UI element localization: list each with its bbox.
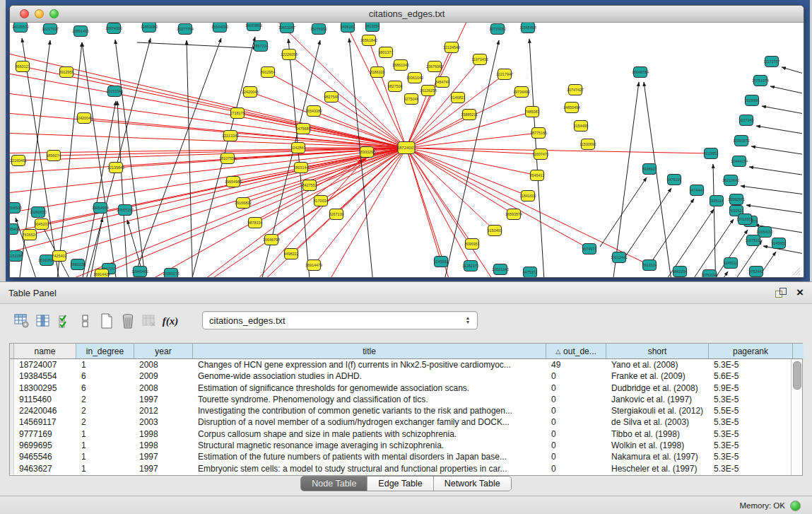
network-edge[interactable] [117,101,130,277]
minimize-window-button[interactable] [35,9,44,18]
table-row[interactable]: 946554611997Estimation of the future num… [10,451,791,462]
column-header-pagerank[interactable]: pagerank [709,344,793,358]
network-edge[interactable] [782,67,802,77]
close-panel-icon[interactable]: × [796,288,804,298]
table-cell[interactable]: 5.3E-5 [709,451,791,462]
table-vertical-scrollbar[interactable] [791,359,802,475]
table-cell[interactable]: Tibbo et al. (1998) [606,428,709,440]
table-source-combobox[interactable]: citations_edges.txt ▲▼ [202,311,478,329]
table-cell[interactable]: 5.3E-5 [709,394,791,405]
tab-network-table[interactable]: Network Table [434,477,511,491]
tab-edge-table[interactable]: Edge Table [367,477,433,491]
table-cell[interactable]: 2 [76,416,134,428]
table-cell[interactable]: 0 [546,370,606,382]
column-header-out_de[interactable]: △out_de... [546,344,606,358]
network-edge[interactable] [607,82,639,277]
table-cell[interactable]: 2009 [134,370,193,382]
table-cell[interactable]: 18300295 [14,382,76,394]
zoom-window-button[interactable] [49,9,59,18]
show-column-icon[interactable] [33,311,54,331]
window-titlebar[interactable]: citations_edges.txt [10,6,804,23]
network-canvas-svg[interactable]: 1403557212217937208914061097430312853083… [10,23,802,277]
table-cell[interactable]: de Silva et al. (2003) [606,416,709,428]
table-settings-icon[interactable] [11,311,33,331]
network-edge[interactable] [102,148,406,274]
table-cell[interactable]: 9699695 [14,440,76,451]
table-cell[interactable]: 5.3E-5 [709,416,791,428]
table-cell[interactable]: 1997 [134,451,193,462]
table-cell[interactable]: 5.6E-5 [709,370,791,382]
network-edge[interactable] [406,148,528,196]
new-table-icon[interactable] [96,311,117,331]
table-cell[interactable]: 9115460 [14,394,76,405]
network-edge[interactable] [257,23,406,148]
network-edge[interactable] [81,160,363,277]
column-header-title[interactable]: title [193,344,546,358]
table-cell[interactable]: Stergiakouli et al. (2012) [606,405,709,416]
table-cell[interactable]: 2 [76,394,134,405]
table-cell[interactable]: 2008 [134,382,193,394]
network-edge[interactable] [187,40,194,277]
table-cell[interactable]: Dudbridge et al. (2008) [606,382,709,394]
table-cell[interactable]: Tourette syndrome. Phenomenology and cla… [193,394,546,405]
network-edge[interactable] [288,39,314,277]
table-row[interactable]: 946362711997Embryonic stem cells: a mode… [10,463,791,474]
network-edge[interactable] [10,47,406,148]
table-cell[interactable]: Corpus callosum shape and size in male p… [193,428,546,440]
network-edge[interactable] [10,148,406,153]
table-cell[interactable]: Hescheler et al. (1997) [606,463,709,474]
table-cell[interactable]: 6 [76,382,134,394]
delete-trash-icon[interactable] [117,311,139,331]
table-row[interactable]: 2242004622012Investigating the contribut… [10,405,791,416]
table-cell[interactable]: Estimation of significance thresholds fo… [193,382,546,394]
tab-node-table[interactable]: Node Table [301,477,367,491]
network-edge[interactable] [406,115,469,148]
table-cell[interactable]: 18724007 [14,359,76,370]
table-cell[interactable]: 9465546 [14,451,76,462]
select-columns-icon[interactable] [54,311,75,331]
network-edge[interactable] [137,42,257,48]
table-cell[interactable]: 0 [546,440,606,451]
network-edge[interactable] [406,74,505,148]
network-edge[interactable] [647,199,694,268]
table-cell[interactable]: Disruption of a novel member of a sodium… [193,416,546,428]
network-edge[interactable] [406,148,519,277]
table-cell[interactable]: 1 [76,359,134,370]
table-cell[interactable]: 1997 [134,463,193,474]
table-cell[interactable]: 1997 [134,394,193,405]
network-edge[interactable] [10,148,406,217]
table-cell[interactable]: Embryonic stem cells: a model to study s… [193,463,546,474]
table-cell[interactable]: 2 [76,405,134,416]
table-cell[interactable]: Genome-wide association studies in ADHD. [193,370,546,382]
network-edge[interactable] [762,106,802,116]
float-panel-icon[interactable] [775,288,787,298]
network-edge[interactable] [741,186,802,196]
network-edge[interactable] [116,38,221,277]
table-cell[interactable]: 0 [546,416,606,428]
network-view-window[interactable]: citations_edges.txt 14035572122179372089… [9,5,804,278]
table-cell[interactable]: 5.3E-5 [709,440,791,451]
table-cell[interactable]: 19384554 [14,370,76,382]
table-cell[interactable]: Nakamura et al. (1997) [606,451,709,462]
column-header-short[interactable]: short [606,344,709,358]
table-cell[interactable]: 0 [546,428,606,440]
table-cell[interactable]: Jankovic et al. (1997) [606,394,709,405]
table-row[interactable]: 1872400712008Changes of HCN gene express… [10,359,791,370]
network-edge[interactable] [73,101,116,277]
table-row[interactable]: 1938455462009Genome-wide association stu… [10,370,791,382]
network-edge[interactable] [749,167,802,177]
table-cell[interactable]: 9463627 [14,463,76,474]
table-cell[interactable]: Changes of HCN gene expression and I(f) … [193,359,546,370]
table-cell[interactable]: 22420046 [14,405,76,416]
table-cell[interactable]: 49 [546,359,606,370]
table-cell[interactable]: 1998 [134,428,193,440]
row-height-icon[interactable] [75,311,96,331]
table-cell[interactable]: 0 [546,382,606,394]
network-edge[interactable] [600,177,647,247]
table-cell[interactable]: Structural magnetic resonance image aver… [193,440,546,451]
column-header-name[interactable]: name [14,344,76,358]
table-cell[interactable]: 14569117 [14,416,76,428]
table-cell[interactable]: 0 [546,451,606,462]
network-edge[interactable] [713,164,717,277]
network-edge[interactable] [625,188,671,257]
